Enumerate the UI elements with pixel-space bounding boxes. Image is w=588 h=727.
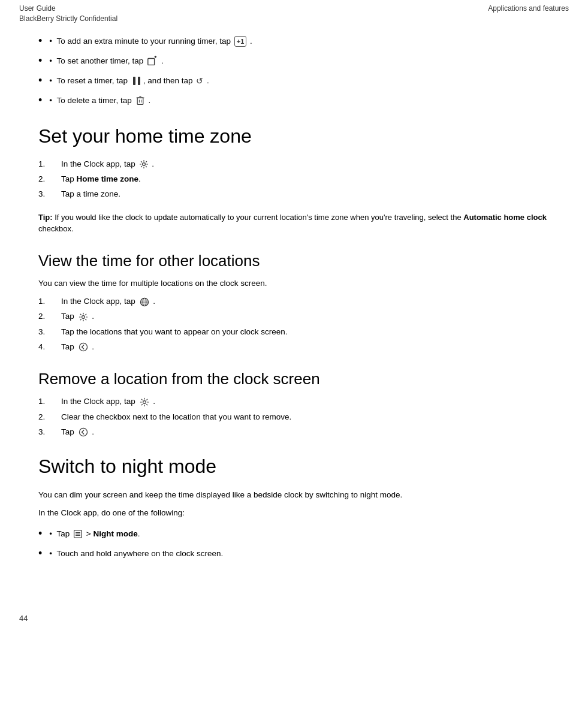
remove-location-heading: Remove a location from the clock screen	[38, 370, 550, 388]
bullet-marker: •	[49, 95, 56, 107]
settings-icon	[139, 159, 149, 169]
list-item-text: To set another timer, tap .	[57, 55, 164, 67]
view-locations-intro: You can view the time for multiple locat…	[38, 277, 550, 289]
list-item: 3. Tap a time zone.	[38, 188, 550, 200]
bullet-marker: •	[49, 35, 56, 47]
step-number: 2.	[38, 411, 61, 423]
top-bullet-list: • To add an extra minute to your running…	[38, 32, 550, 108]
tip-block: Tip: If you would like the clock to upda…	[38, 212, 550, 235]
step-number: 4.	[38, 341, 61, 353]
night-mode-list: • Tap > Night mode. • Touch and hold any…	[38, 525, 550, 561]
pause-icon	[131, 76, 142, 86]
bullet-marker: •	[49, 55, 56, 67]
step-text: Tap .	[61, 341, 94, 353]
list-item: • To set another timer, tap .	[38, 52, 550, 68]
list-item: 3. Tap the locations that you want to ap…	[38, 326, 550, 338]
night-mode-bold: Night mode	[93, 529, 137, 538]
list-item-text: To reset a timer, tap , and then tap ↺ .	[57, 75, 209, 88]
tip-bold: Automatic home clock	[463, 213, 547, 222]
tip-label: Tip:	[38, 213, 53, 222]
step-text: Tap .	[61, 426, 94, 438]
view-locations-heading: View the time for other locations	[38, 252, 550, 270]
list-item: • To reset a timer, tap , and then tap ↺…	[38, 72, 550, 88]
main-content: • To add an extra minute to your running…	[0, 26, 588, 596]
list-item: 1. In the Clock app, tap .	[38, 396, 550, 408]
header-user-guide: User Guide	[19, 4, 117, 14]
svg-point-10	[142, 163, 145, 166]
list-item-text: To delete a timer, tap .	[57, 95, 151, 107]
list-item-text: Touch and hold anywhere on the clock scr…	[57, 548, 224, 560]
plus1-icon: +1	[234, 36, 247, 47]
list-item: 2. Tap .	[38, 310, 550, 322]
home-time-zone-steps: 1. In the Clock app, tap . 2. Tap Home t…	[38, 158, 550, 201]
step-text: Tap .	[61, 310, 94, 322]
header-right: Applications and features	[488, 4, 569, 24]
list-item: 1. In the Clock app, tap .	[38, 295, 550, 307]
list-item: 4. Tap .	[38, 341, 550, 353]
step-text: Tap the locations that you want to appea…	[61, 326, 287, 338]
back-icon	[78, 342, 89, 352]
step-number: 1.	[38, 158, 61, 170]
step-text: In the Clock app, tap .	[61, 295, 155, 307]
remove-location-steps: 1. In the Clock app, tap . 2. Clear the …	[38, 396, 550, 438]
step-number: 1.	[38, 396, 61, 408]
svg-rect-5	[137, 98, 143, 104]
back-icon-2	[78, 427, 89, 438]
header-left: User Guide BlackBerry Strictly Confident…	[19, 4, 117, 24]
refresh-icon: ↺	[196, 75, 203, 88]
svg-rect-4	[138, 77, 140, 85]
trash-icon	[135, 95, 145, 106]
view-locations-steps: 1. In the Clock app, tap . 2. Tap	[38, 295, 550, 353]
svg-point-16	[82, 315, 85, 318]
list-item: • To add an extra minute to your running…	[38, 32, 550, 49]
header-confidential: BlackBerry Strictly Confidential	[19, 14, 117, 24]
add-timer-icon	[147, 56, 158, 67]
step-text: In the Clock app, tap .	[61, 158, 154, 170]
svg-rect-0	[148, 59, 155, 65]
step-number: 3.	[38, 326, 61, 338]
step-number: 1.	[38, 295, 61, 307]
home-time-zone-heading: Set your home time zone	[38, 125, 550, 147]
night-mode-body: In the Clock app, do one of the followin…	[38, 507, 550, 519]
svg-point-19	[79, 429, 87, 436]
list-item: 3. Tap .	[38, 426, 550, 438]
list-item-text: To add an extra minute to your running t…	[57, 35, 252, 47]
menu-icon	[73, 529, 83, 539]
gear-icon-2	[139, 397, 150, 408]
night-mode-heading: Switch to night mode	[38, 455, 550, 478]
step-number: 3.	[38, 426, 61, 438]
svg-point-17	[79, 343, 87, 351]
step-number: 2.	[38, 310, 61, 322]
list-item: • To delete a timer, tap .	[38, 92, 550, 108]
list-item: • Touch and hold anywhere on the clock s…	[38, 545, 550, 561]
bullet-marker: •	[49, 75, 56, 87]
bullet-marker: •	[49, 548, 56, 560]
list-item: 2. Clear the checkbox next to the locati…	[38, 411, 550, 423]
list-item: 1. In the Clock app, tap .	[38, 158, 550, 170]
gear-icon	[78, 312, 89, 322]
page-number: 44	[19, 614, 28, 623]
step-text: In the Clock app, tap .	[61, 396, 155, 408]
svg-rect-3	[133, 77, 135, 85]
step-number: 3.	[38, 188, 61, 200]
list-item-text: Tap > Night mode.	[57, 528, 140, 540]
step-text: Tap a time zone.	[61, 188, 120, 200]
list-item: 2. Tap Home time zone.	[38, 173, 550, 185]
step-text: Tap Home time zone.	[61, 173, 141, 185]
svg-point-18	[143, 400, 146, 403]
step-text: Clear the checkbox next to the location …	[61, 411, 291, 423]
night-mode-intro: You can dim your screen and keep the tim…	[38, 489, 550, 501]
bullet-marker: •	[49, 528, 56, 540]
list-item: • Tap > Night mode.	[38, 525, 550, 541]
globe-icon	[139, 297, 150, 307]
page-header: User Guide BlackBerry Strictly Confident…	[0, 0, 588, 26]
bold-text: Home time zone	[77, 174, 139, 183]
step-number: 2.	[38, 173, 61, 185]
page-footer: 44	[0, 608, 588, 629]
